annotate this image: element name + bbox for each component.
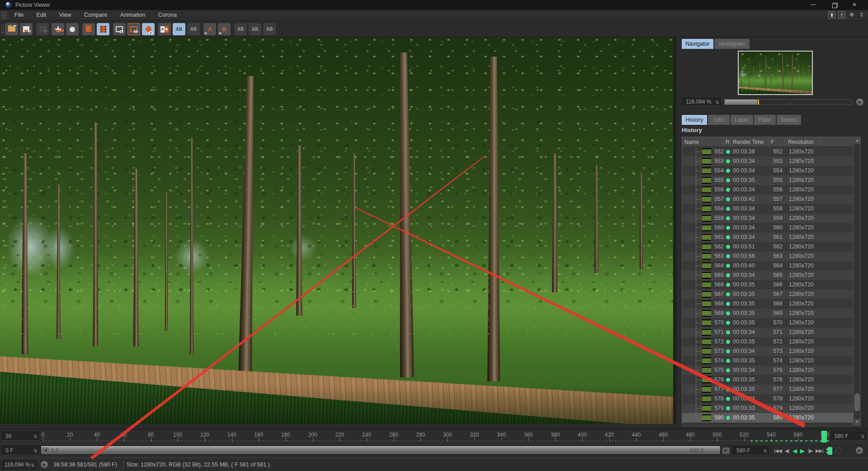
history-row[interactable]: 560 00:03:34 560 1280x720 bbox=[682, 223, 853, 233]
set-image-a-button[interactable] bbox=[113, 23, 126, 35]
move-image-button[interactable] bbox=[52, 23, 64, 35]
column-render-time[interactable]: Render Time bbox=[731, 137, 769, 147]
history-row[interactable]: 563 00:03:56 563 1280x720 bbox=[682, 252, 853, 261]
menu-animation[interactable]: Animation bbox=[115, 10, 151, 20]
zoom-slider[interactable] bbox=[724, 99, 853, 105]
set-image-b-button[interactable] bbox=[127, 23, 140, 35]
move-window-icon[interactable]: ✥ bbox=[848, 11, 855, 19]
history-row[interactable]: 562 00:03:51 562 1280x720 bbox=[682, 242, 853, 252]
goto-b-button[interactable]: B bbox=[218, 23, 231, 35]
spinner-icon[interactable]: ⇅ bbox=[34, 447, 38, 455]
sound-icon[interactable] bbox=[835, 447, 842, 454]
image-viewport[interactable] bbox=[0, 37, 673, 424]
play-backward-button[interactable]: ◀ bbox=[793, 447, 797, 454]
fps-field[interactable]: 30⇅ bbox=[2, 432, 39, 441]
compare-ab-screen-button[interactable]: AB bbox=[173, 23, 185, 35]
previous-key-button[interactable]: ◀( bbox=[785, 448, 789, 454]
history-row[interactable]: 579 00:03:33 579 1280x720 bbox=[682, 404, 853, 413]
frame-range-slider[interactable]: ◀ 0 F 580 F bbox=[41, 446, 721, 455]
history-row[interactable]: 572 00:03:35 572 1280x720 bbox=[682, 337, 853, 347]
grip-handle-icon[interactable] bbox=[1, 11, 7, 19]
history-row[interactable]: 565 00:03:34 565 1280x720 bbox=[682, 271, 853, 280]
history-row[interactable]: 578 00:03:34 578 1280x720 bbox=[682, 394, 853, 404]
panel-layout-icon[interactable]: ▮ bbox=[828, 11, 835, 19]
menu-corona[interactable]: Corona bbox=[153, 10, 182, 20]
history-row[interactable]: 555 00:03:35 555 1280x720 bbox=[682, 176, 853, 185]
scrollbar-thumb[interactable] bbox=[854, 393, 860, 411]
spinner-icon[interactable]: ⇅ bbox=[764, 447, 767, 455]
remove-image-button[interactable] bbox=[82, 23, 95, 35]
menu-compare[interactable]: Compare bbox=[79, 10, 113, 20]
history-row[interactable]: 573 00:03:34 573 1280x720 bbox=[682, 347, 853, 356]
tab-filter[interactable]: Filter bbox=[754, 115, 776, 125]
history-row[interactable]: 564 00:03:40 564 1280x720 bbox=[682, 261, 853, 271]
expand-panel-icon[interactable]: ± bbox=[838, 11, 845, 19]
minimize-button[interactable] bbox=[803, 0, 823, 10]
status-zoom-field[interactable]: 116.094 %⇅ bbox=[2, 461, 36, 469]
scroll-up-icon[interactable]: ▲ bbox=[854, 138, 860, 144]
history-row[interactable]: 580 00:03:35 580 1280x720 bbox=[682, 413, 853, 423]
history-row[interactable]: 568 00:03:35 568 1280x720 bbox=[682, 299, 853, 309]
spinner-icon[interactable]: ⇅ bbox=[861, 433, 865, 441]
close-button[interactable]: × bbox=[844, 0, 864, 10]
toggle-view-button[interactable] bbox=[142, 23, 155, 35]
timeline-ruler[interactable]: 0204060801001201401601802002202402602803… bbox=[41, 429, 829, 444]
open-file-button[interactable] bbox=[5, 23, 18, 35]
timeline-options-button[interactable]: ▶ bbox=[856, 447, 863, 454]
play-forward-button[interactable]: ▶ bbox=[800, 447, 805, 454]
history-row[interactable]: 576 00:03:35 576 1280x720 bbox=[682, 375, 853, 385]
column-resolution[interactable]: Resolution bbox=[785, 137, 821, 147]
next-key-button[interactable]: )▶ bbox=[808, 448, 812, 454]
history-row[interactable]: 553 00:03:34 553 1280x720 bbox=[682, 157, 853, 166]
history-row[interactable]: 556 00:03:34 556 1280x720 bbox=[682, 185, 853, 195]
column-r[interactable]: R bbox=[724, 137, 731, 147]
playhead-marker[interactable] bbox=[821, 431, 827, 442]
slider-left-arrow-icon[interactable]: ◀ bbox=[42, 447, 49, 453]
history-row[interactable]: 577 00:03:35 577 1280x720 bbox=[682, 385, 853, 394]
tab-layer[interactable]: Layer bbox=[731, 115, 753, 125]
pick-color-button[interactable] bbox=[66, 23, 79, 35]
history-row[interactable]: 575 00:03:34 575 1280x720 bbox=[682, 366, 853, 375]
history-row[interactable]: 566 00:03:35 566 1280x720 bbox=[682, 280, 853, 290]
tab-histogram[interactable]: Histogram bbox=[714, 39, 750, 49]
resize-vertical-icon[interactable]: ⇕ bbox=[858, 11, 865, 19]
zoom-value-field[interactable]: 116.094 %⇅ bbox=[683, 98, 721, 106]
zoom-slider-handle[interactable] bbox=[758, 100, 759, 105]
status-play-button[interactable]: ▶ bbox=[41, 461, 48, 468]
zoom-options-button[interactable]: ▶ bbox=[856, 99, 863, 106]
menu-file[interactable]: File bbox=[9, 10, 29, 20]
tab-info[interactable]: Info bbox=[708, 115, 730, 125]
compare-ab-button[interactable]: AB bbox=[158, 23, 171, 35]
end-frame-field[interactable]: 580 F⇅ bbox=[831, 432, 866, 441]
history-row[interactable]: 554 00:03:34 554 1280x720 bbox=[682, 166, 853, 176]
menu-view[interactable]: View bbox=[54, 10, 77, 20]
spinner-icon[interactable]: ⇅ bbox=[716, 99, 719, 106]
tab-history[interactable]: History bbox=[682, 115, 707, 125]
remove-all-button[interactable] bbox=[97, 23, 109, 35]
history-row[interactable]: 557 00:03:42 557 1280x720 bbox=[682, 195, 853, 204]
restore-button[interactable] bbox=[825, 0, 844, 10]
history-row[interactable]: 552 00:03:38 552 1280x720 bbox=[682, 147, 853, 157]
menu-edit[interactable]: Edit bbox=[31, 10, 52, 20]
grip-handle-icon[interactable] bbox=[1, 24, 5, 34]
history-row[interactable]: 558 00:03:34 558 1280x720 bbox=[682, 204, 853, 214]
current-frame-field[interactable]: 580 F⇅ bbox=[732, 446, 769, 455]
spinner-icon[interactable]: ⇅ bbox=[34, 433, 38, 441]
spinner-icon[interactable]: ⇅ bbox=[31, 461, 35, 469]
save-as-button[interactable] bbox=[20, 23, 33, 35]
column-name[interactable]: Name bbox=[682, 137, 724, 147]
slider-right-arrow-icon[interactable]: ▶ bbox=[722, 447, 730, 454]
scroll-down-icon[interactable]: ▼ bbox=[854, 419, 860, 425]
play-mode-icon[interactable] bbox=[826, 447, 832, 455]
history-row[interactable]: 567 00:03:35 567 1280x720 bbox=[682, 290, 853, 299]
tab-stereo[interactable]: Stereo bbox=[777, 115, 801, 125]
go-to-end-button[interactable]: ▶▶| bbox=[816, 448, 823, 454]
history-row[interactable]: 561 00:03:34 561 1280x720 bbox=[682, 233, 853, 242]
navigator-thumbnail[interactable] bbox=[738, 51, 813, 95]
panel-divider[interactable] bbox=[673, 37, 676, 424]
history-row[interactable]: 559 00:03:34 559 1280x720 bbox=[682, 214, 853, 223]
goto-a-button[interactable]: A bbox=[203, 23, 216, 35]
go-to-start-button[interactable]: |◀◀ bbox=[774, 448, 782, 454]
history-row[interactable]: 574 00:03:35 574 1280x720 bbox=[682, 356, 853, 366]
history-row[interactable]: 569 00:03:35 569 1280x720 bbox=[682, 309, 853, 318]
